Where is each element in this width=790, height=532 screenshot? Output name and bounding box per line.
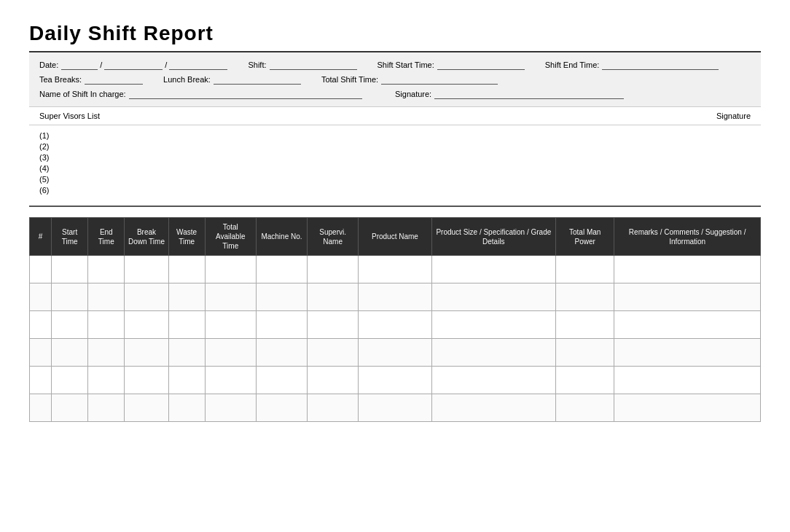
cell-2-9[interactable] [431,311,556,339]
cell-2-11[interactable] [614,311,761,339]
supervisor-item-2: (2) [39,142,751,151]
cell-3-10[interactable] [556,339,614,367]
cell-0-11[interactable] [614,256,761,283]
cell-2-2[interactable] [88,311,125,339]
cell-3-4[interactable] [168,339,205,367]
cell-3-0[interactable] [30,339,52,367]
cell-5-10[interactable] [556,394,614,422]
cell-0-1[interactable] [52,256,88,283]
cell-1-9[interactable] [431,283,556,311]
cell-2-1[interactable] [52,311,88,339]
cell-3-8[interactable] [359,339,431,367]
cell-3-1[interactable] [52,339,88,367]
cell-4-6[interactable] [256,367,307,394]
date-year[interactable] [169,60,227,70]
supervisor-item-4: (4) [39,164,751,173]
cell-5-7[interactable] [308,394,359,422]
cell-3-2[interactable] [88,339,125,367]
cell-2-5[interactable] [205,311,256,339]
cell-0-6[interactable] [256,256,307,283]
cell-5-4[interactable] [168,394,205,422]
name-label: Name of Shift In charge: [39,90,126,98]
cell-1-8[interactable] [359,283,431,311]
cell-3-7[interactable] [308,339,359,367]
slash1: / [100,60,102,69]
cell-3-3[interactable] [125,339,168,367]
signature-field: Signature: [395,89,730,99]
cell-2-0[interactable] [30,311,52,339]
cell-4-9[interactable] [431,367,556,394]
cell-0-3[interactable] [125,256,168,283]
cell-5-9[interactable] [431,394,556,422]
form-section: Date: / / Shift: Shift Start Time: Shift… [29,52,761,107]
cell-0-7[interactable] [308,256,359,283]
cell-0-2[interactable] [88,256,125,283]
cell-5-6[interactable] [256,394,307,422]
cell-1-1[interactable] [52,283,88,311]
cell-1-2[interactable] [88,283,125,311]
tea-breaks-value[interactable] [85,74,143,85]
cell-1-4[interactable] [168,283,205,311]
cell-4-2[interactable] [88,367,125,394]
cell-4-4[interactable] [168,367,205,394]
cell-2-3[interactable] [125,311,168,339]
cell-0-8[interactable] [359,256,431,283]
cell-5-8[interactable] [359,394,431,422]
shift-label: Shift: [248,60,266,69]
cell-1-0[interactable] [30,283,52,311]
cell-3-5[interactable] [205,339,256,367]
name-value[interactable] [129,89,362,99]
table-row [30,311,761,339]
cell-5-11[interactable] [614,394,761,422]
supervisors-header: Super Visors List Signature [29,107,761,125]
cell-3-9[interactable] [431,339,556,367]
total-shift-field: Total Shift Time: [321,74,498,85]
cell-4-3[interactable] [125,367,168,394]
cell-1-7[interactable] [308,283,359,311]
table-section: # Start Time End Time Break Down Time Wa… [29,217,761,422]
col-header-product-spec: Product Size / Specification / Grade Det… [431,218,556,256]
cell-1-3[interactable] [125,283,168,311]
cell-4-8[interactable] [359,367,431,394]
supervisor-item-5: (5) [39,175,751,184]
signature-value[interactable] [434,89,624,99]
cell-0-9[interactable] [431,256,556,283]
cell-4-0[interactable] [30,367,52,394]
cell-0-4[interactable] [168,256,205,283]
lunch-break-value[interactable] [214,74,301,85]
cell-2-6[interactable] [256,311,307,339]
cell-3-11[interactable] [614,339,761,367]
date-day[interactable] [61,60,98,70]
cell-2-8[interactable] [359,311,431,339]
col-header-start: Start Time [52,218,88,256]
cell-4-7[interactable] [308,367,359,394]
cell-1-10[interactable] [556,283,614,311]
cell-2-4[interactable] [168,311,205,339]
cell-5-2[interactable] [88,394,125,422]
cell-0-5[interactable] [205,256,256,283]
cell-1-6[interactable] [256,283,307,311]
cell-4-5[interactable] [205,367,256,394]
cell-4-1[interactable] [52,367,88,394]
cell-3-6[interactable] [256,339,307,367]
cell-1-5[interactable] [205,283,256,311]
cell-5-1[interactable] [52,394,88,422]
col-header-supervi: Supervi. Name [308,218,359,256]
shift-end-value[interactable] [602,60,719,70]
cell-1-11[interactable] [614,283,761,311]
col-header-breakdown: Break Down Time [125,218,168,256]
cell-5-3[interactable] [125,394,168,422]
total-shift-value[interactable] [381,74,498,85]
cell-4-10[interactable] [556,367,614,394]
shift-start-value[interactable] [437,60,525,70]
cell-5-5[interactable] [205,394,256,422]
cell-4-11[interactable] [614,367,761,394]
cell-2-7[interactable] [308,311,359,339]
cell-5-0[interactable] [30,394,52,422]
cell-2-10[interactable] [556,311,614,339]
shift-value[interactable] [270,60,357,70]
shift-end-label: Shift End Time: [545,60,600,69]
date-month[interactable] [104,60,163,70]
cell-0-10[interactable] [556,256,614,283]
cell-0-0[interactable] [30,256,52,283]
